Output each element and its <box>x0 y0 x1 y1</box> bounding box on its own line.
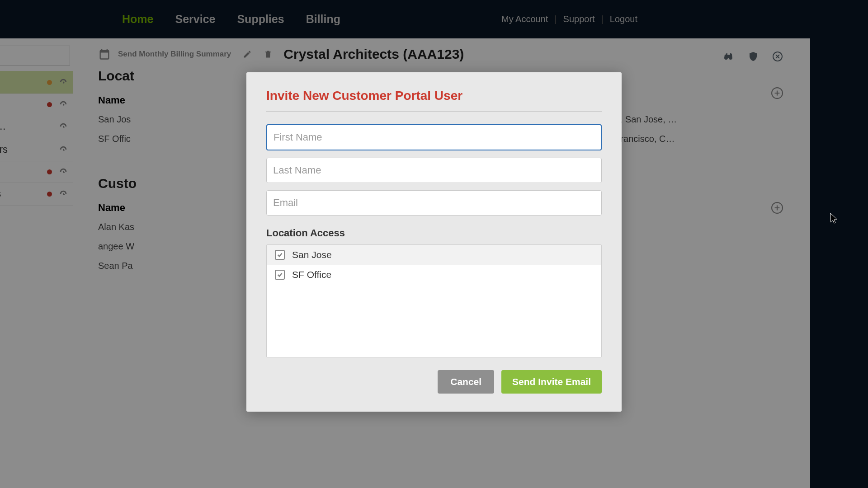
first-name-input[interactable] <box>266 124 602 150</box>
modal-overlay: Invite New Customer Portal User Location… <box>0 0 868 488</box>
email-input[interactable] <box>266 190 602 216</box>
cancel-button[interactable]: Cancel <box>438 370 494 394</box>
checkbox-icon[interactable] <box>275 270 285 280</box>
location-access-label: Location Access <box>266 227 602 239</box>
location-option[interactable]: San Jose <box>267 245 601 265</box>
modal-actions: Cancel Send Invite Email <box>266 370 602 394</box>
checkbox-icon[interactable] <box>275 250 285 260</box>
location-option-label: SF Office <box>292 269 331 280</box>
send-invite-button[interactable]: Send Invite Email <box>501 370 602 394</box>
location-access-list: San Jose SF Office <box>266 244 602 357</box>
last-name-input[interactable] <box>266 158 602 183</box>
location-option[interactable]: SF Office <box>267 265 601 285</box>
invite-user-modal: Invite New Customer Portal User Location… <box>246 72 622 412</box>
location-option-label: San Jose <box>292 249 332 260</box>
modal-title: Invite New Customer Portal User <box>266 89 602 112</box>
